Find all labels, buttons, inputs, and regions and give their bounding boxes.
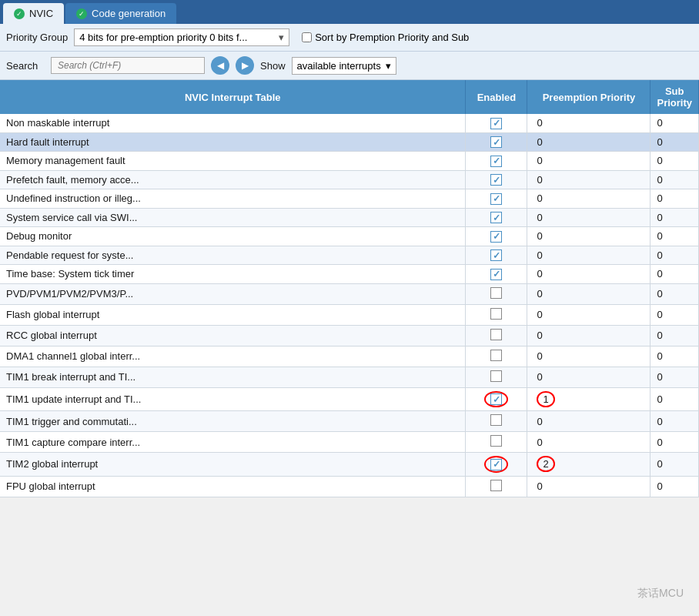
enabled-checkbox[interactable] <box>490 249 502 261</box>
interrupt-name: Debug monitor <box>0 227 466 246</box>
table-row: Flash global interrupt00 <box>0 304 699 325</box>
interrupt-enabled[interactable] <box>466 227 527 246</box>
interrupt-name: RCC global interrupt <box>0 325 466 346</box>
sort-checkbox-area: Sort by Premption Priority and Sub <box>302 32 469 43</box>
table-row: Debug monitor00 <box>0 227 699 246</box>
nav-prev-button[interactable]: ◀ <box>211 56 229 75</box>
interrupt-enabled[interactable] <box>466 208 527 227</box>
preemption-priority: 0 <box>527 411 651 432</box>
interrupt-name: TIM2 global interrupt <box>0 453 466 477</box>
interrupt-enabled[interactable] <box>466 189 527 209</box>
preemption-priority: 0 <box>527 170 651 189</box>
enabled-checkbox[interactable] <box>490 370 502 382</box>
circle-priority-highlight: 2 <box>537 456 554 472</box>
show-label: Show <box>260 60 286 72</box>
search-label: Search <box>6 60 45 72</box>
preemption-priority: 0 <box>527 476 651 497</box>
enabled-checkbox[interactable] <box>490 329 502 340</box>
table-row: Pendable request for syste...00 <box>0 246 699 265</box>
interrupt-name: Memory management fault <box>0 152 466 171</box>
interrupt-enabled[interactable] <box>466 132 527 152</box>
interrupt-enabled[interactable] <box>466 346 527 367</box>
nvic-table: NVIC Interrupt Table Enabled Preemption … <box>0 80 699 497</box>
priority-group-label: Priority Group <box>6 32 68 43</box>
sub-priority: 0 <box>651 132 699 152</box>
interrupt-enabled[interactable] <box>466 411 527 432</box>
interrupt-name: Non maskable interrupt <box>0 114 466 132</box>
sub-priority: 0 <box>651 246 699 265</box>
tab-nvic[interactable]: ✓NVIC <box>3 3 64 24</box>
preemption-priority: 0 <box>527 114 651 132</box>
enabled-checkbox[interactable] <box>490 212 502 223</box>
interrupt-enabled[interactable] <box>466 114 527 132</box>
interrupt-name: TIM1 update interrupt and TI... <box>0 387 466 411</box>
priority-group-value: 4 bits for pre-emption priority 0 bits f… <box>79 32 247 43</box>
tab-label-nvic: NVIC <box>29 8 53 19</box>
interrupt-enabled[interactable] <box>466 325 527 346</box>
sub-priority: 0 <box>651 432 699 453</box>
preemption-priority: 0 <box>527 325 651 346</box>
table-row: System service call via SWI...00 <box>0 208 699 227</box>
search-input[interactable] <box>51 57 205 74</box>
enabled-checkbox[interactable] <box>490 118 502 129</box>
preemption-priority: 0 <box>527 265 651 284</box>
col-header-sub: Sub Priority <box>651 80 699 114</box>
interrupt-enabled[interactable] <box>466 476 527 497</box>
tab-label-codegen: Code generation <box>92 8 166 19</box>
interrupt-name: TIM1 trigger and commutati... <box>0 411 466 432</box>
table-row: Prefetch fault, memory acce...00 <box>0 170 699 189</box>
enabled-checkbox[interactable] <box>490 435 502 447</box>
enabled-checkbox[interactable] <box>490 231 502 243</box>
circle-enabled-highlight <box>484 391 508 408</box>
interrupt-enabled[interactable] <box>466 283 527 304</box>
enabled-checkbox[interactable] <box>490 459 502 470</box>
interrupt-enabled[interactable] <box>466 170 527 189</box>
interrupt-enabled[interactable] <box>466 453 527 477</box>
preemption-priority: 0 <box>527 189 651 209</box>
enabled-checkbox[interactable] <box>490 308 502 320</box>
interrupt-enabled[interactable] <box>466 367 527 387</box>
sub-priority: 0 <box>651 453 699 477</box>
show-dropdown[interactable]: available interrupts ▾ <box>292 57 396 75</box>
preemption-priority: 0 <box>527 304 651 325</box>
sort-checkbox[interactable] <box>302 32 312 42</box>
table-row: Memory management fault00 <box>0 152 699 171</box>
sub-priority: 0 <box>651 304 699 325</box>
toolbar: Priority Group 4 bits for pre-emption pr… <box>0 24 699 52</box>
table-row: DMA1 channel1 global interr...00 <box>0 346 699 367</box>
interrupt-enabled[interactable] <box>466 304 527 325</box>
table-row: TIM1 capture compare interr...00 <box>0 432 699 453</box>
interrupt-name: Undefined instruction or illeg... <box>0 189 466 209</box>
interrupt-enabled[interactable] <box>466 387 527 411</box>
enabled-checkbox[interactable] <box>490 174 502 186</box>
priority-group-dropdown[interactable]: 4 bits for pre-emption priority 0 bits f… <box>74 28 289 46</box>
enabled-checkbox[interactable] <box>490 287 502 299</box>
enabled-checkbox[interactable] <box>490 480 502 491</box>
interrupt-enabled[interactable] <box>466 246 527 265</box>
preemption-priority: 0 <box>527 132 651 152</box>
tab-codegen[interactable]: ✓Code generation <box>65 3 176 24</box>
preemption-priority: 0 <box>527 346 651 367</box>
interrupt-enabled[interactable] <box>466 432 527 453</box>
sub-priority: 0 <box>651 170 699 189</box>
enabled-checkbox[interactable] <box>490 193 502 205</box>
interrupt-enabled[interactable] <box>466 265 527 284</box>
nav-next-button[interactable]: ▶ <box>236 56 254 75</box>
circle-priority-highlight: 1 <box>537 391 554 407</box>
enabled-checkbox[interactable] <box>490 414 502 426</box>
sub-priority: 0 <box>651 411 699 432</box>
enabled-checkbox[interactable] <box>490 156 502 167</box>
enabled-checkbox[interactable] <box>490 136 502 148</box>
enabled-checkbox[interactable] <box>490 393 502 405</box>
interrupt-name: TIM1 capture compare interr... <box>0 432 466 453</box>
enabled-checkbox[interactable] <box>490 269 502 280</box>
table-row: Time base: System tick timer00 <box>0 265 699 284</box>
show-value: available interrupts <box>297 60 381 72</box>
interrupt-name: TIM1 break interrupt and TI... <box>0 367 466 387</box>
table-container: NVIC Interrupt Table Enabled Preemption … <box>0 80 699 497</box>
interrupt-enabled[interactable] <box>466 152 527 171</box>
table-header-row: NVIC Interrupt Table Enabled Preemption … <box>0 80 699 114</box>
enabled-checkbox[interactable] <box>490 350 502 361</box>
search-bar: Search ◀ ▶ Show available interrupts ▾ <box>0 52 699 80</box>
table-row: Hard fault interrupt00 <box>0 132 699 152</box>
